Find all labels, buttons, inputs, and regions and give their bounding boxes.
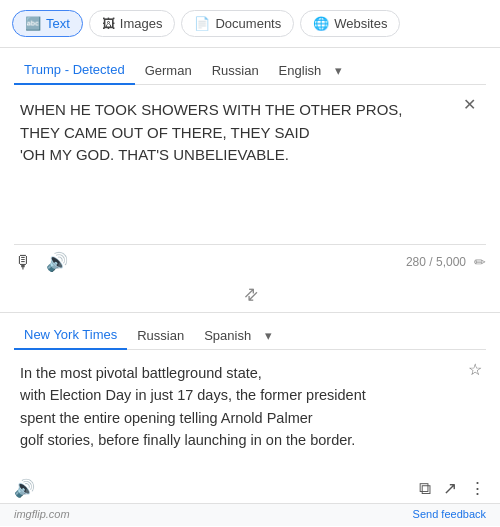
text-icon: 🔤: [25, 16, 41, 31]
tab-russian[interactable]: Russian: [202, 57, 269, 84]
tab-german[interactable]: German: [135, 57, 202, 84]
nav-text-label: Text: [46, 16, 70, 31]
documents-icon: 📄: [194, 16, 210, 31]
target-text-box: In the most pivotal battleground state, …: [14, 350, 486, 470]
speaker-icon[interactable]: 🔊: [46, 251, 68, 273]
bottom-right-icons: ⧉ ↗ ⋮: [419, 478, 486, 499]
swap-icon[interactable]: ⇄: [239, 283, 262, 306]
nav-websites-button[interactable]: 🌐 Websites: [300, 10, 400, 37]
microphone-icon[interactable]: 🎙: [14, 252, 32, 273]
tab-nyt[interactable]: New York Times: [14, 321, 127, 350]
clear-text-button[interactable]: ✕: [463, 95, 476, 114]
edit-icon[interactable]: ✏: [474, 254, 486, 270]
top-nav: 🔤 Text 🖼 Images 📄 Documents 🌐 Websites: [0, 0, 500, 48]
section2: New York Times Russian Spanish ▾ In the …: [0, 312, 500, 503]
share-icon[interactable]: ↗: [443, 478, 457, 499]
swap-divider: ⇄: [0, 277, 500, 312]
char-count-value: 280 / 5,000: [406, 255, 466, 269]
target-text: In the most pivotal battleground state, …: [20, 362, 480, 452]
images-icon: 🖼: [102, 16, 115, 31]
char-count-row: 🎙 🔊 280 / 5,000 ✏: [14, 245, 486, 277]
speaker-icon-2[interactable]: 🔊: [14, 478, 35, 499]
nav-documents-label: Documents: [215, 16, 281, 31]
lang-dropdown-button[interactable]: ▾: [331, 57, 346, 84]
lang-tabs-section2: New York Times Russian Spanish ▾: [14, 313, 486, 350]
tab-trump-detected[interactable]: Trump - Detected: [14, 56, 135, 85]
tab-english[interactable]: English: [269, 57, 332, 84]
star-button[interactable]: ☆: [468, 360, 482, 379]
lang-dropdown-button-2[interactable]: ▾: [261, 322, 276, 349]
more-icon[interactable]: ⋮: [469, 478, 486, 499]
nav-websites-label: Websites: [334, 16, 387, 31]
source-text: WHEN HE TOOK SHOWERS WITH THE OTHER PROS…: [20, 99, 472, 167]
lang-tabs-section1: Trump - Detected German Russian English …: [14, 48, 486, 85]
nav-images-button[interactable]: 🖼 Images: [89, 10, 176, 37]
send-feedback-link[interactable]: Send feedback: [413, 508, 486, 520]
nav-text-button[interactable]: 🔤 Text: [12, 10, 83, 37]
footer: imgflip.com Send feedback: [0, 503, 500, 526]
bottom-left-icons: 🔊: [14, 478, 35, 499]
tts-icons: 🎙 🔊: [14, 251, 68, 273]
bottom-icons-row: 🔊 ⧉ ↗ ⋮: [14, 470, 486, 503]
tab-russian-2[interactable]: Russian: [127, 322, 194, 349]
copy-icon[interactable]: ⧉: [419, 479, 431, 499]
source-text-box: WHEN HE TOOK SHOWERS WITH THE OTHER PROS…: [14, 85, 486, 245]
section1: Trump - Detected German Russian English …: [0, 48, 500, 277]
websites-icon: 🌐: [313, 16, 329, 31]
nav-images-label: Images: [120, 16, 163, 31]
tab-spanish[interactable]: Spanish: [194, 322, 261, 349]
nav-documents-button[interactable]: 📄 Documents: [181, 10, 294, 37]
char-count-display: 280 / 5,000 ✏: [406, 254, 486, 270]
imgflip-logo: imgflip.com: [14, 508, 70, 520]
